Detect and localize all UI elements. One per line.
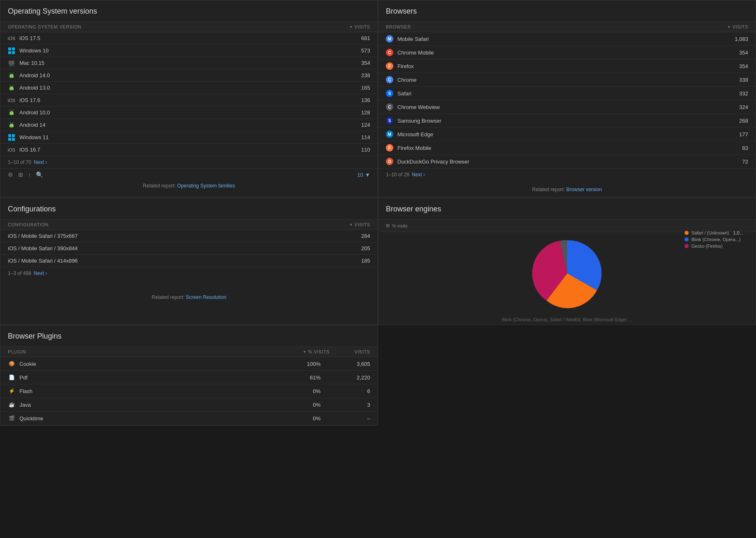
os-row-visits: 110 bbox=[361, 147, 370, 153]
os-row-name: Android 14 bbox=[19, 122, 45, 128]
browser-table-row[interactable]: M Mobile Safari 1,083 bbox=[378, 32, 756, 46]
browsers-col-visits: ▼ VISITS bbox=[727, 24, 748, 29]
browser-row-name: Chrome Mobile bbox=[397, 50, 434, 56]
plugins-col-visits: VISITS bbox=[354, 349, 370, 354]
legend-gecko: Gecko (Firefox) bbox=[685, 244, 743, 249]
svg-point-28 bbox=[12, 125, 13, 126]
plugin-table-row[interactable]: 🎬 Quicktime 0% – bbox=[0, 412, 378, 425]
os-table-row[interactable]: iOS iOS 17.5 681 bbox=[0, 32, 378, 45]
plugin-row-icon: 🎬 bbox=[8, 415, 15, 422]
svg-line-23 bbox=[10, 110, 10, 111]
os-row-name: iOS 17.5 bbox=[19, 35, 40, 41]
table-icon[interactable]: ⊞ bbox=[18, 171, 23, 178]
os-table-row[interactable]: Mac 10.15 354 bbox=[0, 57, 378, 69]
plugin-row-pct: 0% bbox=[296, 402, 321, 408]
plugin-row-pct: 61% bbox=[296, 374, 321, 381]
svg-point-22 bbox=[12, 112, 13, 113]
browser-table-row[interactable]: C Chrome Webview 324 bbox=[378, 100, 756, 114]
os-row-icon bbox=[8, 135, 15, 140]
configurations-col-visits: ▼ VISITS bbox=[349, 222, 370, 227]
browser-engines-panel: Browser engines ⊞ % visits bbox=[378, 198, 756, 325]
browser-table-row[interactable]: S Samsung Browser 268 bbox=[378, 114, 756, 128]
plugins-col-label: PLUGIN bbox=[8, 349, 26, 354]
plugin-row-visits: 3,605 bbox=[345, 361, 370, 367]
os-table-header: OPERATING SYSTEM VERSION ▼ VISITS bbox=[0, 21, 378, 32]
search-icon[interactable]: 🔍 bbox=[36, 171, 43, 178]
svg-rect-4 bbox=[9, 61, 14, 65]
configurations-pagination-text: 1–3 of 498 bbox=[8, 270, 31, 276]
os-related-link[interactable]: Operating System families bbox=[177, 183, 235, 189]
svg-rect-20 bbox=[10, 113, 14, 115]
browser-table-row[interactable]: S Safari 332 bbox=[378, 87, 756, 100]
browser-row-name: Microsoft Edge bbox=[397, 131, 433, 137]
config-table-row[interactable]: iOS / Mobile Safari / 390x844 205 bbox=[0, 242, 378, 255]
svg-line-24 bbox=[13, 110, 13, 111]
configurations-next-link[interactable]: Next › bbox=[34, 270, 47, 276]
os-table-row[interactable]: Android 10.0 128 bbox=[0, 107, 378, 119]
browsers-title: Browsers bbox=[378, 0, 756, 21]
svg-line-12 bbox=[13, 73, 13, 73]
svg-rect-34 bbox=[12, 138, 15, 141]
browser-table-row[interactable]: D DuckDuckGo Privacy Browser 72 bbox=[378, 155, 756, 168]
browser-table-row[interactable]: C Chrome Mobile 354 bbox=[378, 46, 756, 59]
os-table-row[interactable]: Windows 10 573 bbox=[0, 45, 378, 57]
svg-rect-6 bbox=[9, 66, 14, 66]
chart-footer-note: Blink (Chrome, Opera), Safari / WebKit, … bbox=[378, 315, 756, 325]
os-row-icon bbox=[8, 73, 15, 78]
os-row-name: iOS 17.6 bbox=[19, 97, 40, 103]
browsers-table-body: M Mobile Safari 1,083 C Chrome Mobile 35… bbox=[378, 32, 756, 168]
config-table-row[interactable]: iOS / Mobile Safari / 414x896 185 bbox=[0, 255, 378, 267]
plugin-table-row[interactable]: ⚡ Flash 0% 6 bbox=[0, 384, 378, 398]
os-row-icon: iOS bbox=[8, 97, 15, 103]
os-table-row[interactable]: Android 14.0 238 bbox=[0, 69, 378, 82]
chart-visits-label: % visits bbox=[392, 223, 407, 228]
plugin-table-row[interactable]: 🍪 Cookie 100% 3,605 bbox=[0, 357, 378, 371]
browser-table-row[interactable]: F Firefox 354 bbox=[378, 59, 756, 73]
browser-row-name: Samsung Browser bbox=[397, 118, 441, 124]
browser-table-row[interactable]: F Firefox Mobile 83 bbox=[378, 141, 756, 155]
config-table-row[interactable]: iOS / Mobile Safari / 375x667 284 bbox=[0, 230, 378, 242]
os-row-visits: 128 bbox=[361, 109, 370, 116]
plugin-table-row[interactable]: 📄 Pdf 61% 2,220 bbox=[0, 371, 378, 384]
browsers-panel: Browsers BROWSER ▼ VISITS M Mobile Safar… bbox=[378, 0, 756, 198]
plugin-row-name: Flash bbox=[19, 388, 33, 394]
browser-row-visits: 338 bbox=[739, 77, 748, 83]
os-row-name: Android 10.0 bbox=[19, 109, 50, 116]
os-table-row[interactable]: Android 14 124 bbox=[0, 119, 378, 131]
os-toolbar-icons: ⚙ ⊞ ↑ 🔍 bbox=[8, 171, 43, 178]
export-icon[interactable]: ↑ bbox=[28, 171, 31, 178]
os-toolbar: ⚙ ⊞ ↑ 🔍 10 ▼ bbox=[0, 168, 378, 180]
os-next-link[interactable]: Next › bbox=[34, 159, 47, 165]
svg-line-29 bbox=[10, 122, 10, 123]
settings-icon[interactable]: ⚙ bbox=[8, 171, 13, 178]
os-pagination: 1–10 of 70 Next › bbox=[0, 156, 378, 168]
os-row-icon bbox=[8, 85, 15, 91]
config-row-visits: 205 bbox=[361, 245, 370, 251]
os-table-row[interactable]: Windows 11 114 bbox=[0, 131, 378, 144]
browsers-related-link[interactable]: Browser version bbox=[566, 187, 602, 192]
os-row-visits: 681 bbox=[361, 35, 370, 41]
plugin-row-name: Pdf bbox=[19, 374, 28, 381]
os-row-visits: 165 bbox=[361, 85, 370, 91]
os-row-visits: 573 bbox=[361, 47, 370, 54]
plugin-table-row[interactable]: ☕ Java 0% 3 bbox=[0, 398, 378, 412]
browser-table-row[interactable]: M Microsoft Edge 177 bbox=[378, 128, 756, 141]
plugin-row-name: Java bbox=[19, 402, 31, 408]
os-table-row[interactable]: Android 13.0 165 bbox=[0, 82, 378, 94]
svg-line-30 bbox=[13, 122, 13, 123]
browsers-pagination-text: 1–10 of 28 bbox=[386, 172, 409, 178]
config-row-name: iOS / Mobile Safari / 375x667 bbox=[8, 233, 78, 239]
browsers-next-link[interactable]: Next › bbox=[412, 172, 425, 178]
browser-table-row[interactable]: C Chrome 338 bbox=[378, 73, 756, 87]
svg-rect-26 bbox=[10, 125, 14, 127]
os-row-visits: 354 bbox=[361, 60, 370, 66]
configurations-pagination: 1–3 of 498 Next › bbox=[0, 267, 378, 280]
os-row-visits: 114 bbox=[361, 134, 370, 140]
configurations-related-link[interactable]: Screen Resolution bbox=[186, 294, 226, 300]
svg-rect-5 bbox=[10, 65, 13, 66]
os-table-row[interactable]: iOS iOS 17.6 136 bbox=[0, 94, 378, 107]
os-table-row[interactable]: iOS iOS 16.7 110 bbox=[0, 144, 378, 156]
pie-chart bbox=[526, 236, 609, 310]
os-row-name: Android 13.0 bbox=[19, 85, 50, 91]
plugin-row-icon: ⚡ bbox=[8, 387, 15, 395]
